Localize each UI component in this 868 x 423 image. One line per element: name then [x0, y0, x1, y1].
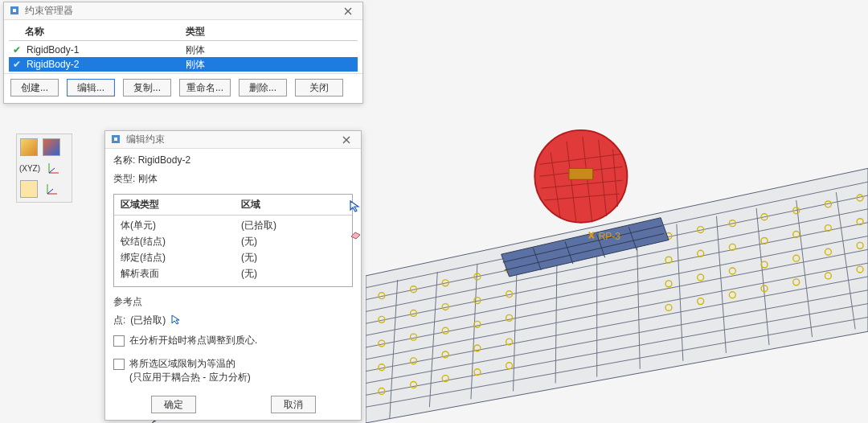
sphere-body — [534, 130, 627, 223]
refpoint-label: 点: — [113, 314, 125, 327]
adjust-to-centroid-label: 在分析开始时将点调整到质心. — [129, 334, 257, 347]
isothermal-label-1: 将所选区域限制为等温的 — [129, 357, 251, 371]
copy-button[interactable]: 复制... — [123, 79, 171, 97]
name-value: RigidBody-2 — [138, 154, 190, 166]
isothermal-label-2: (只应用于耦合热 - 应力分析) — [129, 371, 251, 384]
row-type: 刚体 — [186, 58, 358, 72]
edit-close-button[interactable] — [337, 133, 356, 147]
manager-close-button[interactable] — [338, 4, 358, 18]
app-icon — [9, 5, 22, 18]
region-row[interactable]: 体(单元) (已拾取) — [121, 217, 346, 233]
manager-title: 约束管理器 — [25, 4, 338, 18]
svg-rect-113 — [114, 138, 117, 141]
svg-marker-116 — [351, 232, 360, 239]
ok-button[interactable]: 确定 — [151, 396, 196, 413]
row-name: RigidBody-1 — [25, 44, 186, 55]
status-check-icon: ✔ — [9, 44, 25, 55]
region-row[interactable]: 解析表面 (无) — [121, 265, 346, 281]
edit-button[interactable]: 编辑... — [67, 79, 115, 97]
isothermal-checkbox[interactable] — [113, 359, 125, 370]
mini-axes-2-icon[interactable] — [43, 179, 62, 199]
delete-button[interactable]: 删除... — [239, 79, 287, 97]
close-icon — [344, 7, 352, 15]
constraint-row[interactable]: ✔ RigidBody-1 刚体 — [9, 43, 358, 57]
row-name: RigidBody-2 — [25, 59, 186, 70]
close-button[interactable]: 关闭 — [295, 79, 343, 97]
mini-axes-icon[interactable] — [44, 158, 63, 178]
region-row[interactable]: 铰结(结点) (无) — [121, 233, 346, 249]
svg-line-107 — [47, 189, 53, 194]
header-type: 类型 — [186, 25, 358, 39]
mesh-display-button[interactable] — [20, 138, 38, 156]
name-label: 名称: — [113, 154, 135, 166]
refpoint-section-label: 参考点 — [113, 295, 353, 309]
left-toolbar: (XYZ) — [16, 133, 72, 203]
xyz-label: (XYZ) — [20, 158, 39, 178]
refpoint-value: (已拾取) — [130, 314, 166, 327]
app-icon — [110, 133, 123, 146]
region-header-type: 区域类型 — [121, 198, 241, 212]
constraint-manager-dialog: 约束管理器 名称 类型 ✔ RigidBody-1 刚体 ✔ RigidBody… — [3, 2, 363, 104]
pick-pointer-icon[interactable] — [170, 314, 182, 327]
viewport-3d[interactable]: RP-3 — [366, 121, 868, 423]
arrow-select-icon[interactable] — [349, 199, 363, 214]
wireframe-color-button[interactable] — [43, 138, 60, 156]
region-header-region: 区域 — [241, 198, 346, 212]
constraint-row[interactable]: ✔ RigidBody-2 刚体 — [9, 57, 358, 72]
svg-rect-109 — [13, 9, 16, 12]
eraser-icon[interactable] — [349, 227, 363, 241]
region-table[interactable]: 区域类型 区域 体(单元) (已拾取) 铰结(结点) (无) 绑定(结点) (无… — [113, 194, 353, 287]
header-name: 名称 — [25, 25, 186, 39]
cancel-button[interactable]: 取消 — [271, 396, 316, 413]
display-group-button[interactable] — [20, 180, 38, 198]
edit-constraint-dialog: 编辑约束 名称: RigidBody-2 类型: 刚体 区域类型 区域 体(单元… — [104, 130, 362, 421]
type-label: 类型: — [113, 173, 135, 184]
region-row[interactable]: 绑定(结点) (无) — [121, 249, 346, 265]
status-check-icon: ✔ — [9, 59, 25, 70]
picking-tools — [349, 199, 363, 241]
ref-point-label: RP-3 — [599, 231, 620, 242]
row-type: 刚体 — [186, 43, 358, 57]
type-value: 刚体 — [138, 173, 158, 184]
create-button[interactable]: 创建... — [10, 79, 59, 97]
edit-dialog-title: 编辑约束 — [126, 133, 337, 146]
close-icon — [342, 136, 350, 144]
svg-rect-94 — [569, 168, 593, 179]
manager-table-header: 名称 类型 — [9, 23, 358, 41]
adjust-to-centroid-checkbox[interactable] — [113, 335, 125, 347]
rename-button[interactable]: 重命名... — [179, 79, 231, 97]
svg-line-104 — [49, 168, 55, 173]
